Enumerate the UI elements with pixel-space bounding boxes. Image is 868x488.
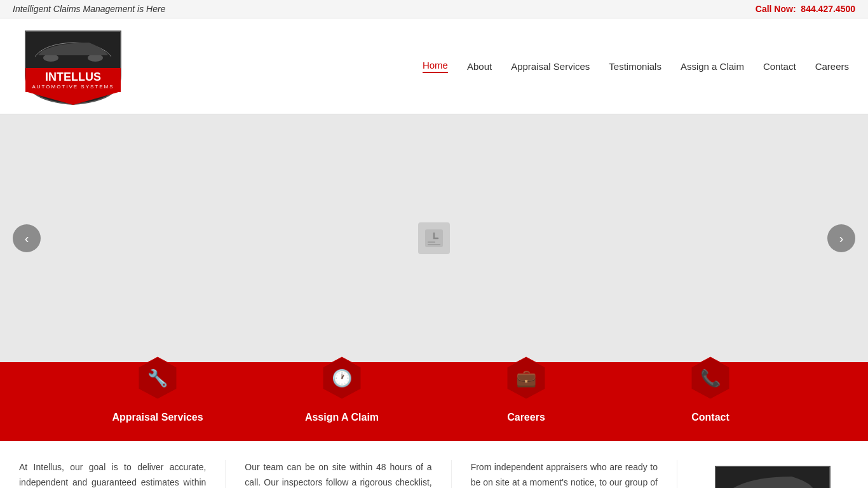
loading-spinner xyxy=(418,222,450,254)
nav-careers[interactable]: Careers xyxy=(815,61,849,72)
logo[interactable]: INTELLUS AUTOMOTIVE SYSTEMS xyxy=(19,25,127,107)
phone-icon: 📞 xyxy=(700,369,721,388)
svg-text:AUTOMOTIVE SYSTEMS: AUTOMOTIVE SYSTEMS xyxy=(32,84,114,90)
assign-text: Our team can be on site within 48 hours … xyxy=(245,460,431,488)
appraisal-icon-hex: 🔧 xyxy=(135,356,180,400)
prev-slide-button[interactable]: ‹ xyxy=(13,224,41,252)
clock-icon: 🕐 xyxy=(332,369,352,388)
careers-label: Careers xyxy=(507,412,545,423)
logo-container: INTELLUS AUTOMOTIVE SYSTEMS xyxy=(19,25,127,107)
nav-assign-claim[interactable]: Assign a Claim xyxy=(681,61,744,72)
service-assign[interactable]: 🕐 Assign A Claim xyxy=(250,362,434,441)
careers-text: From independent appraisers who are read… xyxy=(471,460,658,488)
briefcase-icon: 💼 xyxy=(516,369,536,388)
call-label: Call Now: xyxy=(756,4,796,14)
hero-loading xyxy=(418,222,450,254)
services-strip: 🔧 Appraisal Services 🕐 Assign A Claim 💼 … xyxy=(0,362,868,441)
phone-number: 844.427.4500 xyxy=(801,4,855,14)
nav-home[interactable]: Home xyxy=(423,60,448,73)
assign-label: Assign A Claim xyxy=(305,412,379,423)
nav-testimonials[interactable]: Testimonials xyxy=(609,61,661,72)
tagline: Intelligent Claims Management is Here xyxy=(13,4,165,14)
svg-text:INTELLUS: INTELLUS xyxy=(45,71,101,83)
careers-content: From independent appraisers who are read… xyxy=(452,460,677,488)
careers-icon-hex: 💼 xyxy=(504,356,548,400)
nav-about[interactable]: About xyxy=(467,61,492,72)
contact-label: Contact xyxy=(691,412,729,423)
service-appraisal[interactable]: 🔧 Appraisal Services xyxy=(65,362,250,441)
appraisal-text: At Intellus, our goal is to deliver accu… xyxy=(19,460,206,488)
sidebar-logo: INTELLUS AUTOMOTIVE SYSTEMS xyxy=(709,460,836,488)
assign-icon-hex: 🕐 xyxy=(320,356,364,400)
next-slide-button[interactable]: › xyxy=(827,224,855,252)
appraisal-content: At Intellus, our goal is to deliver accu… xyxy=(0,460,226,488)
top-bar: Intelligent Claims Management is Here Ca… xyxy=(0,0,868,18)
service-careers[interactable]: 💼 Careers xyxy=(434,362,618,441)
content-section: At Intellus, our goal is to deliver accu… xyxy=(0,441,868,488)
sidebar: INTELLUS AUTOMOTIVE SYSTEMS 844.427.4500 xyxy=(677,460,868,488)
nav-contact[interactable]: Contact xyxy=(763,61,796,72)
wrench-icon: 🔧 xyxy=(147,369,168,388)
call-now: Call Now: 844.427.4500 xyxy=(756,4,855,14)
contact-icon-hex: 📞 xyxy=(688,356,733,400)
assign-content: Our team can be on site within 48 hours … xyxy=(226,460,451,488)
header: INTELLUS AUTOMOTIVE SYSTEMS Home About A… xyxy=(0,18,868,114)
hero-slider: ‹ › xyxy=(0,114,868,362)
service-contact[interactable]: 📞 Contact xyxy=(618,362,803,441)
appraisal-label: Appraisal Services xyxy=(112,412,203,423)
nav-appraisal-services[interactable]: Appraisal Services xyxy=(511,61,590,72)
main-nav: Home About Appraisal Services Testimonia… xyxy=(423,60,849,73)
